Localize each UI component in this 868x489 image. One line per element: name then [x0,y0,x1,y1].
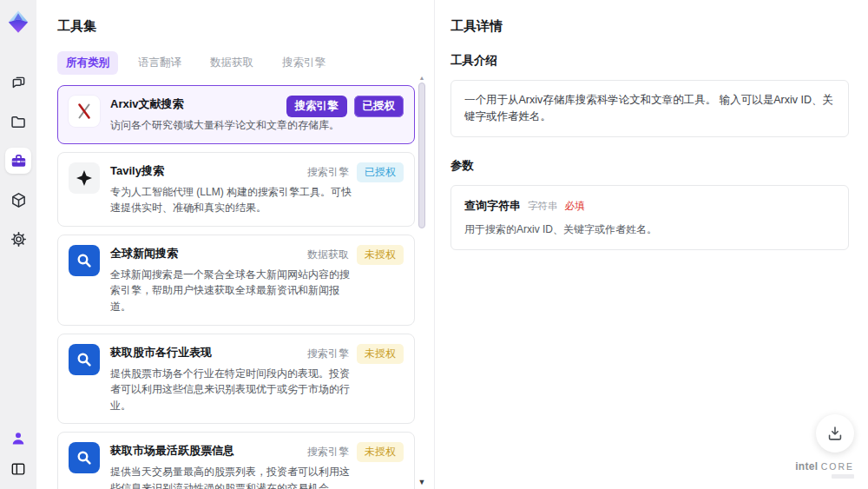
params-heading: 参数 [450,158,849,174]
category-tabs: 所有类别 语言翻译 数据获取 搜索引擎 [57,51,415,75]
intro-box: 一个用于从Arxiv存储库搜索科学论文和文章的工具。 输入可以是Arxiv ID… [450,80,849,137]
category-tag: 搜索引擎 [286,96,347,117]
settings-icon[interactable] [5,226,31,252]
tool-description: 提供股票市场各个行业在特定时间段内的表现。投资者可以利用这些信息来识别表现优于或… [110,366,355,414]
list-scrollbar[interactable]: ▲ ▼ [418,75,426,489]
intro-heading: 工具介绍 [450,53,849,69]
param-required-badge: 必填 [565,200,585,213]
toolset-panel: 工具集 所有类别 语言翻译 数据获取 搜索引擎 Arxiv文献搜索 访问各个研究… [36,0,434,489]
auth-status-badge: 未授权 [357,245,404,265]
tool-card-sector-performance[interactable]: 获取股市各行业表现 提供股票市场各个行业在特定时间段内的表现。投资者可以利用这些… [57,334,415,425]
arxiv-icon [69,96,100,127]
category-tag: 搜索引擎 [306,442,350,462]
param-type: 字符串 [528,200,558,213]
tab-data-fetch[interactable]: 数据获取 [201,51,262,75]
tool-description: 专为人工智能代理 (LLM) 构建的搜索引擎工具。可快速提供实时、准确和真实的结… [110,184,355,216]
page-title: 工具集 [57,18,415,35]
details-title: 工具详情 [450,18,849,35]
scrollbar-thumb[interactable] [418,83,425,228]
folder-icon[interactable] [5,109,31,135]
icon-rail [0,0,36,489]
toolbox-icon[interactable] [5,148,31,174]
gem-logo-icon[interactable] [5,9,31,35]
category-tag: 数据获取 [306,245,350,265]
star-icon [69,162,100,194]
tool-list: Arxiv文献搜索 访问各个研究领域大量科学论文和文章的存储库。 搜索引擎 已授… [57,85,415,489]
tool-card-global-news[interactable]: 全球新闻搜索 全球新闻搜索是一个聚合全球各大新闻网站内容的搜索引擎，帮助用户快速… [57,235,415,326]
tool-description: 访问各个研究领域大量科学论文和文章的存储库。 [110,117,355,134]
param-item: 查询字符串 字符串 必填 用于搜索的Arxiv ID、关键字或作者姓名。 [450,185,849,250]
tool-card-most-active-stocks[interactable]: 获取市场最活跃股票信息 提供当天交易量最高的股票列表，投资者可以利用这些信息来识… [57,432,415,489]
brand-intel: intel [795,460,818,472]
rail-bottom [7,427,30,480]
app-window: 工具集 所有类别 语言翻译 数据获取 搜索引擎 Arxiv文献搜索 访问各个研究… [0,0,868,489]
user-icon[interactable] [7,427,30,450]
auth-status-badge: 已授权 [357,162,404,182]
tab-language-translation[interactable]: 语言翻译 [129,51,190,75]
cube-icon[interactable] [5,187,31,213]
tab-all-categories[interactable]: 所有类别 [57,51,118,75]
param-name: 查询字符串 [464,198,521,214]
tab-search-engine[interactable]: 搜索引擎 [273,51,334,75]
scrollbar-down-arrow[interactable]: ▼ [418,478,426,486]
param-description: 用于搜索的Arxiv ID、关键字或作者姓名。 [464,222,835,237]
tool-description: 全球新闻搜索是一个聚合全球各大新闻网站内容的搜索引擎，帮助用户快速获取全球最新资… [110,267,355,315]
auth-status-badge: 已授权 [354,96,404,117]
panel-toggle-icon[interactable] [7,458,30,480]
blue-search-icon [69,245,100,276]
tool-details-panel: 工具详情 工具介绍 一个用于从Arxiv存储库搜索科学论文和文章的工具。 输入可… [434,0,868,489]
brand-core: CORE [821,461,854,472]
category-tag: 搜索引擎 [306,344,350,364]
brand-bar [832,474,854,479]
category-tag: 搜索引擎 [306,162,350,182]
blue-search-icon [69,344,100,375]
blue-search-icon [69,442,100,473]
auth-status-badge: 未授权 [357,442,404,462]
download-icon [825,424,845,443]
tool-card-arxiv[interactable]: Arxiv文献搜索 访问各个研究领域大量科学论文和文章的存储库。 搜索引擎 已授… [57,85,415,144]
rail-nav [5,69,31,252]
download-button[interactable] [816,414,854,453]
chat-icon[interactable] [5,69,31,96]
intel-core-logo: intel CORE [795,461,854,479]
tool-description: 提供当天交易量最高的股票列表，投资者可以利用这些信息来识别流动性强的股票和潜在的… [110,464,355,489]
tool-card-tavily[interactable]: Tavily搜索 专为人工智能代理 (LLM) 构建的搜索引擎工具。可快速提供实… [57,152,415,227]
scrollbar-up-arrow[interactable]: ▲ [418,75,426,82]
auth-status-badge: 未授权 [357,344,404,364]
